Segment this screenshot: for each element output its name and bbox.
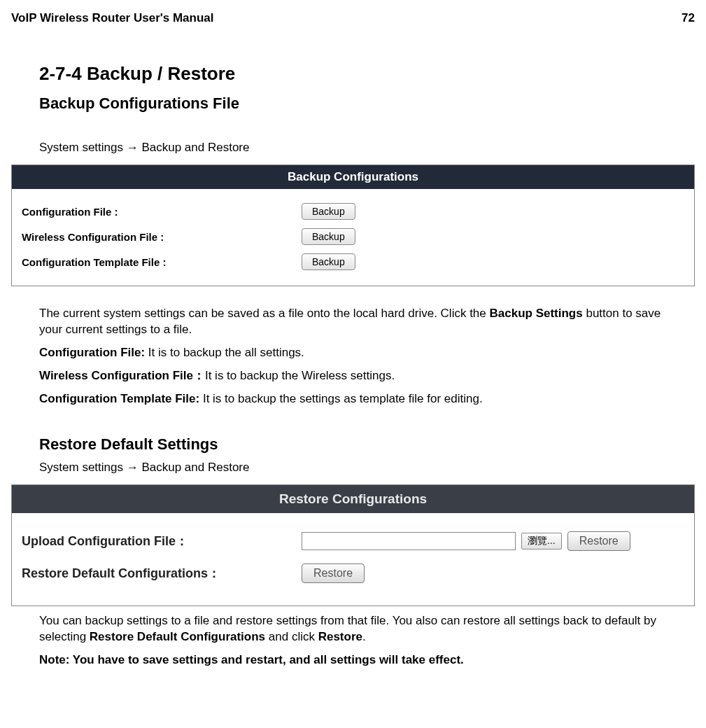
restore-upload-button[interactable]: Restore (567, 531, 630, 551)
wireless-config-description: Wireless Configuration File：It is to bac… (39, 368, 667, 384)
upload-config-row: Upload Configuration File： 瀏覽... Restore (19, 531, 687, 551)
content-area: 2-7-4 Backup / Restore Backup Configurat… (39, 63, 667, 668)
sub-heading-backup: Backup Configurations File (39, 94, 667, 113)
nav-path-restore: System settings → Backup and Restore (39, 461, 667, 475)
wireless-config-file-label: Wireless Configuration File : (17, 231, 302, 243)
restore-default-label: Restore Default Configurations： (19, 565, 302, 582)
config-file-row: Configuration File : Backup (17, 203, 689, 220)
backup-panel-body: Configuration File : Backup Wireless Con… (12, 189, 694, 286)
config-file-description: Configuration File: It is to backup the … (39, 345, 667, 361)
sub-heading-restore: Restore Default Settings (39, 435, 667, 454)
text-bold: Configuration Template File: (39, 392, 199, 405)
config-template-file-label: Configuration Template File : (17, 256, 302, 268)
note-text: Note: You have to save settings and rest… (39, 652, 667, 668)
text-bold: Backup Settings (490, 307, 583, 320)
restore-panel-body: Upload Configuration File： 瀏覽... Restore… (12, 513, 694, 606)
backup-config-template-button[interactable]: Backup (302, 253, 355, 270)
text-fragment: It is to backup the all settings. (145, 346, 304, 359)
text-fragment: It is to backup the settings as template… (199, 392, 482, 405)
nav-path-backup: System settings → Backup and Restore (39, 141, 667, 155)
upload-config-file-input[interactable] (302, 532, 516, 550)
text-bold: Wireless Configuration File： (39, 369, 205, 382)
restore-default-button[interactable]: Restore (302, 564, 365, 583)
restore-panel-title: Restore Configurations (12, 485, 694, 513)
text-bold: Restore Default Configurations (90, 630, 265, 643)
text-bold: Configuration File: (39, 346, 145, 359)
config-template-file-row: Configuration Template File : Backup (17, 253, 689, 270)
manual-title: VoIP Wireless Router User's Manual (11, 11, 214, 25)
backup-config-file-button[interactable]: Backup (302, 203, 355, 220)
backup-configurations-panel: Backup Configurations Configuration File… (11, 164, 695, 286)
text-fragment: It is to backup the Wireless settings. (205, 369, 395, 382)
restore-configurations-panel: Restore Configurations Upload Configurat… (11, 484, 695, 606)
backup-description: The current system settings can be saved… (39, 306, 667, 338)
text-fragment: . (362, 630, 366, 643)
page-header: VoIP Wireless Router User's Manual 72 (11, 11, 695, 25)
config-template-description: Configuration Template File: It is to ba… (39, 391, 667, 407)
backup-panel-title: Backup Configurations (12, 165, 694, 189)
text-bold: Restore (318, 630, 362, 643)
restore-description: You can backup settings to a file and re… (39, 613, 667, 645)
text-fragment: The current system settings can be saved… (39, 307, 490, 320)
browse-button[interactable]: 瀏覽... (521, 533, 562, 550)
upload-config-label: Upload Configuration File： (19, 533, 302, 550)
page-number: 72 (682, 11, 695, 25)
config-file-label: Configuration File : (17, 206, 302, 218)
wireless-config-file-row: Wireless Configuration File : Backup (17, 228, 689, 245)
section-heading: 2-7-4 Backup / Restore (39, 63, 667, 85)
restore-default-row: Restore Default Configurations： Restore (19, 564, 687, 583)
backup-wireless-config-button[interactable]: Backup (302, 228, 355, 245)
text-fragment: and click (265, 630, 318, 643)
